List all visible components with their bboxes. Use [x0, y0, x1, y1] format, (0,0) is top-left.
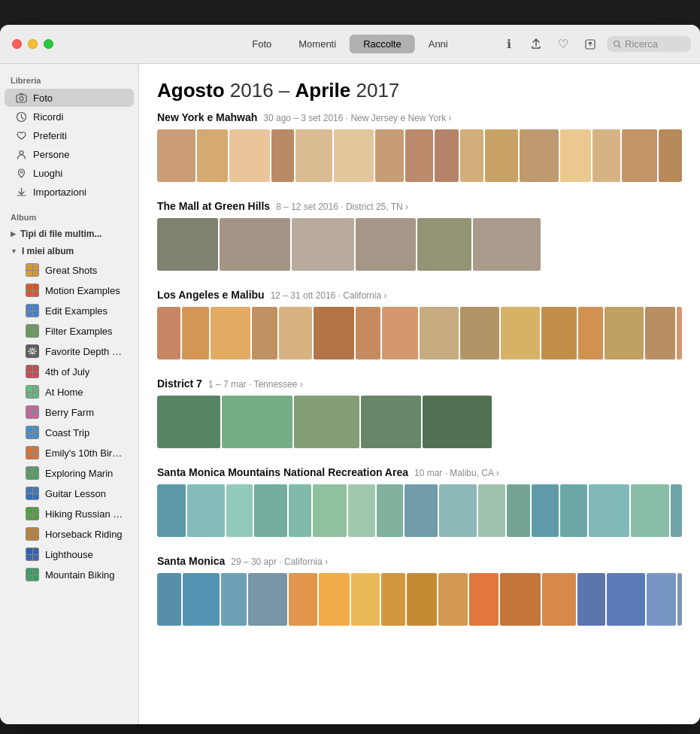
album-item-motion-examples[interactable]: Motion Examples — [5, 281, 134, 300]
photo-thumb[interactable] — [500, 573, 541, 626]
photo-thumb[interactable] — [560, 484, 587, 537]
photo-thumb[interactable] — [381, 573, 405, 626]
photo-thumb[interactable] — [356, 218, 416, 271]
collection-name-the-mall[interactable]: The Mall at Green Hills — [157, 200, 270, 212]
photo-thumb[interactable] — [220, 218, 290, 271]
minimize-button[interactable] — [28, 39, 38, 49]
photo-thumb[interactable] — [423, 396, 492, 448]
collection-name-new-york[interactable]: New York e Mahwah — [157, 111, 257, 123]
album-item-hiking-russian[interactable]: Hiking Russian Ridge — [5, 504, 134, 523]
photo-thumb[interactable] — [313, 484, 347, 537]
photo-thumb[interactable] — [592, 129, 620, 182]
photo-thumb[interactable] — [252, 307, 277, 359]
album-item-filter-examples[interactable]: Filter Examples — [5, 321, 134, 341]
photo-thumb[interactable] — [271, 129, 294, 182]
photo-thumb[interactable] — [478, 484, 505, 537]
photo-thumb[interactable] — [460, 307, 499, 359]
photo-thumb[interactable] — [295, 129, 332, 182]
photo-thumb[interactable] — [222, 396, 292, 448]
album-item-edit-examples[interactable]: Edit Examples — [5, 301, 134, 320]
photo-thumb[interactable] — [631, 484, 669, 537]
album-item-favorite-depth[interactable]: Favorite Depth Photo — [5, 341, 134, 361]
collection-name-santa-monica-mountains[interactable]: Santa Monica Mountains National Recreati… — [157, 466, 408, 478]
sidebar-item-ricordi[interactable]: Ricordi — [5, 108, 134, 126]
album-item-coast-trip[interactable]: Coast Trip — [5, 423, 134, 442]
photo-thumb[interactable] — [473, 218, 541, 271]
photo-thumb[interactable] — [407, 573, 437, 626]
sidebar-item-foto[interactable]: Foto — [5, 89, 134, 107]
photo-thumb[interactable] — [507, 484, 530, 537]
photo-thumb[interactable] — [469, 573, 498, 626]
album-item-berry-farm[interactable]: Berry Farm — [5, 402, 134, 422]
photo-thumb[interactable] — [226, 484, 253, 537]
photo-thumb[interactable] — [589, 484, 629, 537]
photo-thumb[interactable] — [289, 573, 317, 626]
photo-thumb[interactable] — [405, 129, 433, 182]
photo-thumb[interactable] — [254, 484, 287, 537]
photo-thumb[interactable] — [542, 573, 576, 626]
photo-thumb[interactable] — [157, 129, 195, 182]
favorite-button[interactable]: ♡ — [553, 34, 574, 55]
photo-thumb[interactable] — [157, 396, 220, 448]
photo-thumb[interactable] — [197, 129, 228, 182]
photo-thumb[interactable] — [460, 129, 483, 182]
photo-thumb[interactable] — [229, 129, 270, 182]
photo-thumb[interactable] — [677, 307, 682, 359]
album-group-miei[interactable]: ▼I miei album — [5, 243, 134, 259]
photo-thumb[interactable] — [607, 573, 645, 626]
collection-name-district7[interactable]: District 7 — [157, 378, 202, 390]
photo-thumb[interactable] — [532, 484, 559, 537]
photo-thumb[interactable] — [361, 396, 421, 448]
photo-thumb[interactable] — [622, 129, 657, 182]
photo-thumb[interactable] — [417, 218, 471, 271]
photo-thumb[interactable] — [183, 573, 220, 626]
photo-thumb[interactable] — [420, 307, 459, 359]
photo-thumb[interactable] — [375, 129, 404, 182]
album-item-4th-of-july[interactable]: 4th of July — [5, 362, 134, 381]
tab-foto[interactable]: Foto — [238, 35, 285, 53]
photo-thumb[interactable] — [292, 218, 354, 271]
collection-name-los-angeles[interactable]: Los Angeles e Malibu — [157, 289, 265, 301]
photo-thumb[interactable] — [645, 307, 675, 359]
album-item-lighthouse[interactable]: Lighthouse — [5, 544, 134, 564]
photo-thumb[interactable] — [605, 307, 644, 359]
sidebar-item-persone[interactable]: Persone — [5, 145, 134, 163]
photo-thumb[interactable] — [314, 307, 354, 359]
search-box[interactable] — [607, 36, 691, 52]
photo-thumb[interactable] — [348, 484, 375, 537]
photo-thumb[interactable] — [405, 484, 438, 537]
info-button[interactable]: ℹ — [498, 34, 520, 55]
photo-thumb[interactable] — [182, 307, 209, 359]
photo-thumb[interactable] — [356, 307, 380, 359]
upload-button[interactable] — [580, 34, 601, 55]
tab-raccolte[interactable]: Raccolte — [350, 35, 415, 53]
photo-thumb[interactable] — [435, 129, 459, 182]
photo-thumb[interactable] — [211, 307, 250, 359]
photo-thumb[interactable] — [221, 573, 247, 626]
photo-thumb[interactable] — [334, 129, 374, 182]
album-item-horseback-riding[interactable]: Horseback Riding — [5, 524, 134, 544]
photo-thumb[interactable] — [187, 484, 225, 537]
share-button[interactable] — [526, 34, 547, 55]
album-item-emilys-birthday[interactable]: Emily's 10th Birthday — [5, 443, 134, 463]
photo-thumb[interactable] — [520, 129, 559, 182]
album-item-at-home[interactable]: At Home — [5, 382, 134, 402]
maximize-button[interactable] — [44, 39, 53, 49]
photo-thumb[interactable] — [157, 484, 186, 537]
photo-thumb[interactable] — [671, 484, 682, 537]
photo-thumb[interactable] — [248, 573, 287, 626]
photo-thumb[interactable] — [289, 484, 311, 537]
photo-thumb[interactable] — [501, 307, 540, 359]
photo-thumb[interactable] — [157, 573, 181, 626]
album-group-tipi[interactable]: ▶Tipi di file multim... — [5, 226, 134, 242]
photo-thumb[interactable] — [577, 573, 605, 626]
photo-thumb[interactable] — [157, 218, 218, 271]
album-item-great-shots[interactable]: Great Shots — [5, 260, 134, 280]
sidebar-item-luoghi[interactable]: Luoghi — [5, 164, 134, 182]
photo-thumb[interactable] — [319, 573, 350, 626]
photo-thumb[interactable] — [485, 129, 518, 182]
photo-thumb[interactable] — [157, 307, 180, 359]
sidebar-item-preferiti[interactable]: Preferiti — [5, 126, 134, 144]
collection-name-santa-monica[interactable]: Santa Monica — [157, 555, 225, 567]
photo-thumb[interactable] — [438, 573, 468, 626]
